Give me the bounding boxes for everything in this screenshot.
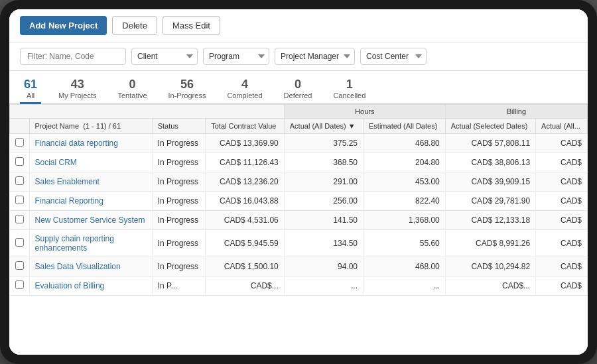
row-checkbox-cell[interactable]	[10, 257, 30, 276]
contract-value-cell: CAD$ 4,531.06	[206, 211, 285, 230]
contract-value-cell: CAD$ 5,945.59	[206, 230, 285, 257]
delete-button[interactable]: Delete	[112, 16, 157, 35]
hours-actual-cell: 141.50	[284, 211, 363, 230]
status-cell: In Progress	[152, 211, 206, 230]
row-checkbox-cell[interactable]	[10, 134, 30, 153]
billing-actual-selected-cell: CAD$ 10,294.82	[445, 257, 535, 276]
tab-deferred[interactable]: 0 Deferred	[280, 75, 316, 104]
table-row: Financial data reporting In Progress CAD…	[10, 134, 588, 153]
project-name-cell[interactable]: Sales Enablement	[29, 172, 152, 192]
row-checkbox[interactable]	[15, 138, 24, 147]
tab-tentative[interactable]: 0 Tentative	[114, 75, 151, 104]
hours-estimated-cell: 468.80	[364, 134, 446, 153]
billing-actual-selected-cell: CAD$ 8,991.26	[445, 230, 535, 257]
status-cell: In Progress	[152, 257, 206, 276]
project-name-cell[interactable]: Financial Reporting	[29, 192, 152, 211]
row-checkbox[interactable]	[15, 157, 24, 166]
program-filter[interactable]: Program	[203, 48, 269, 65]
billing-actual-all-cell: CAD$	[536, 134, 588, 153]
status-cell: In Progress	[152, 192, 206, 211]
device-frame: Add New Project Delete Mass Edit Client …	[0, 0, 597, 364]
project-name-cell[interactable]: Social CRM	[29, 153, 152, 172]
billing-actual-all-cell: CAD$	[536, 172, 588, 192]
billing-actual-all-cell: CAD$	[536, 230, 588, 257]
table-row: Evaluation of Billing In P... CAD$... ..…	[10, 276, 588, 296]
project-name-cell[interactable]: Supply chain reporting enhancements	[29, 230, 152, 257]
hours-estimated-cell: 204.80	[364, 153, 446, 172]
table-row: Social CRM In Progress CAD$ 11,126.43 36…	[10, 153, 588, 172]
billing-actual-all-cell: CAD$	[536, 211, 588, 230]
tab-cancelled[interactable]: 1 Cancelled	[329, 75, 369, 104]
table-container: Hours Billing Project Name (1 - 11) / 61…	[9, 104, 588, 355]
row-checkbox-cell[interactable]	[10, 153, 30, 172]
mass-edit-button[interactable]: Mass Edit	[163, 16, 220, 35]
status-header[interactable]: Status	[152, 119, 206, 134]
billing-actual-selected-cell: CAD$ 39,909.15	[445, 172, 535, 192]
row-checkbox[interactable]	[15, 280, 24, 289]
contract-value-cell: CAD$ 1,500.10	[206, 257, 285, 276]
screen: Add New Project Delete Mass Edit Client …	[9, 9, 588, 355]
hours-actual-cell: 256.00	[284, 192, 363, 211]
table-row: Sales Data Visualization In Progress CAD…	[10, 257, 588, 276]
name-code-filter-input[interactable]	[20, 48, 126, 65]
table-row: New Customer Service System In Progress …	[10, 211, 588, 230]
project-manager-filter[interactable]: Project Manager	[275, 48, 355, 65]
empty-group-header	[10, 105, 285, 119]
projects-table: Hours Billing Project Name (1 - 11) / 61…	[9, 104, 588, 296]
column-group-header-row: Hours Billing	[10, 105, 588, 119]
add-new-project-button[interactable]: Add New Project	[20, 16, 107, 35]
contract-value-cell: CAD$ 13,369.90	[206, 134, 285, 153]
row-checkbox-cell[interactable]	[10, 276, 30, 296]
table-row: Sales Enablement In Progress CAD$ 13,236…	[10, 172, 588, 192]
billing-actual-all-cell: CAD$	[536, 276, 588, 296]
status-cell: In Progress	[152, 153, 206, 172]
client-filter[interactable]: Client	[131, 48, 198, 65]
row-checkbox[interactable]	[15, 176, 24, 185]
status-cell: In Progress	[152, 172, 206, 192]
billing-actual-all-cell: CAD$	[536, 257, 588, 276]
billing-actual-all-cell: CAD$	[536, 153, 588, 172]
billing-actual-selected-header[interactable]: Actual (Selected Dates)	[445, 119, 535, 134]
tab-in-progress[interactable]: 56 In-Progress	[165, 75, 210, 104]
hours-estimated-cell: ...	[364, 276, 446, 296]
cost-center-filter[interactable]: Cost Center	[360, 48, 427, 65]
hours-estimated-cell: 453.00	[364, 172, 446, 192]
row-checkbox[interactable]	[15, 238, 24, 247]
hours-estimated-cell: 1,368.00	[364, 211, 446, 230]
project-name-header[interactable]: Project Name (1 - 11) / 61	[29, 119, 152, 134]
billing-actual-selected-cell: CAD$ 57,808.11	[445, 134, 535, 153]
billing-actual-selected-cell: CAD$ 29,781.90	[445, 192, 535, 211]
project-name-cell[interactable]: Evaluation of Billing	[29, 276, 152, 296]
project-name-cell[interactable]: New Customer Service System	[29, 211, 152, 230]
billing-group-header: Billing	[445, 105, 587, 119]
row-checkbox-cell[interactable]	[10, 172, 30, 192]
total-contract-value-header[interactable]: Total Contract Value	[206, 119, 285, 134]
tab-bar: 61 All 43 My Projects 0 Tentative 56 In-…	[9, 71, 588, 104]
hours-estimated-header[interactable]: Estimated (All Dates)	[364, 119, 446, 134]
project-name-cell[interactable]: Financial data reporting	[29, 134, 152, 153]
select-all-header	[10, 119, 30, 134]
project-name-cell[interactable]: Sales Data Visualization	[29, 257, 152, 276]
row-checkbox-cell[interactable]	[10, 230, 30, 257]
row-checkbox-cell[interactable]	[10, 211, 30, 230]
status-cell: In Progress	[152, 134, 206, 153]
hours-group-header: Hours	[284, 105, 445, 119]
hours-estimated-cell: 468.00	[364, 257, 446, 276]
table-row: Supply chain reporting enhancements In P…	[10, 230, 588, 257]
billing-actual-selected-cell: CAD$ 12,133.18	[445, 211, 535, 230]
hours-actual-cell: 368.50	[284, 153, 363, 172]
status-cell: In Progress	[152, 230, 206, 257]
row-checkbox[interactable]	[15, 196, 24, 204]
row-checkbox[interactable]	[15, 215, 24, 223]
filter-bar: Client Program Project Manager Cost Cent…	[9, 42, 588, 71]
row-checkbox-cell[interactable]	[10, 192, 30, 211]
billing-actual-all-header[interactable]: Actual (All...	[536, 119, 588, 134]
tab-completed[interactable]: 4 Completed	[223, 75, 266, 104]
hours-actual-header[interactable]: Actual (All Dates) ▼	[284, 119, 363, 134]
row-checkbox[interactable]	[15, 261, 24, 270]
table-row: Financial Reporting In Progress CAD$ 16,…	[10, 192, 588, 211]
toolbar: Add New Project Delete Mass Edit	[9, 9, 588, 42]
tab-my-projects[interactable]: 43 My Projects	[54, 75, 100, 104]
tab-all[interactable]: 61 All	[20, 75, 41, 104]
billing-actual-all-cell: CAD$	[536, 192, 588, 211]
